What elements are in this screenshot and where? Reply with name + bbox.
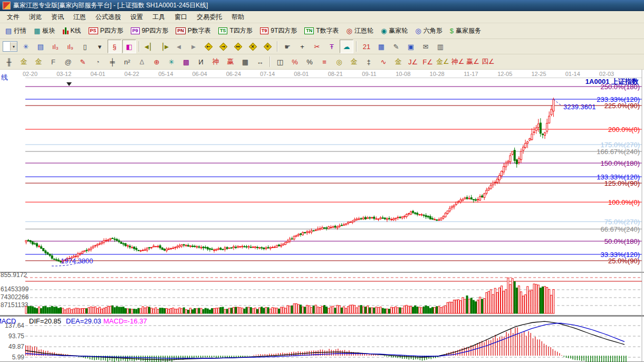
candle-body — [79, 254, 81, 254]
chart-area[interactable]: 02-2003-1204-0104-2205-1406-0406-2407-14… — [0, 70, 644, 362]
menu-item-8[interactable]: 窗口 — [170, 11, 192, 23]
diamond-cross-icon[interactable]: × — [246, 40, 259, 53]
feature-gann-wheel-button[interactable]: ◎江恩轮 — [343, 25, 377, 36]
volume-bar — [207, 309, 208, 313]
title-bar[interactable]: 赢家江恩专业版[赢家内部服务平台] - [上证指数 SH1A0001-245日K… — [0, 0, 644, 11]
diamond-left-icon[interactable]: ← — [201, 40, 215, 53]
n-square-icon[interactable]: n² — [120, 55, 134, 69]
ying-angle-icon[interactable]: 赢∠ — [466, 55, 480, 69]
grid-box-icon[interactable]: ▩ — [179, 55, 193, 69]
price-grid-icon[interactable]: ╫ — [2, 55, 16, 69]
gold-lines-icon[interactable]: 金 — [17, 55, 31, 69]
chart-style-icon[interactable]: ◧ — [122, 40, 136, 53]
menu-item-4[interactable]: 江恩 — [69, 11, 91, 23]
feature-winner-wheel-button[interactable]: ◉赢家轮 — [377, 25, 411, 36]
feature-t-table-button[interactable]: TNT数字表 — [301, 25, 342, 36]
cloud-icon[interactable]: ☁ — [340, 40, 353, 53]
menu-item-10[interactable]: 帮助 — [227, 11, 249, 23]
n-wave-icon[interactable]: И — [194, 55, 208, 69]
gold-circle-icon[interactable]: ◎ — [332, 55, 346, 69]
feature-9p-square-button[interactable]: P99P四方形 — [127, 25, 172, 36]
feature-winner-service-button[interactable]: $赢家服务 — [446, 25, 485, 36]
macd-bar — [499, 337, 500, 356]
fib-icon[interactable]: F — [46, 55, 60, 69]
notes-icon[interactable]: ✎ — [389, 40, 403, 53]
kline-chart[interactable]: 02-2003-1204-0104-2205-1406-0406-2407-14… — [0, 70, 644, 362]
candle-type-icon[interactable]: ▯ — [78, 40, 92, 53]
levels-icon[interactable]: ≡ — [318, 55, 331, 69]
price-lines-icon[interactable]: ╪ — [105, 55, 119, 69]
next-page-icon[interactable]: ► — [187, 40, 200, 53]
gauge-icon[interactable]: ◔ — [91, 55, 104, 69]
mail-icon[interactable]: ✉ — [419, 40, 432, 53]
volume-bar — [51, 306, 53, 313]
airbrush-icon[interactable]: ✎ — [76, 55, 90, 69]
feature-t-square-button[interactable]: TST四方形 — [215, 25, 256, 36]
macd-bar — [603, 356, 604, 362]
menu-item-1[interactable]: 文件 — [2, 11, 24, 23]
workstation-icon[interactable]: ▥ — [434, 40, 447, 53]
feature-p-square-button[interactable]: PSP四方形 — [85, 25, 127, 36]
ying-icon[interactable]: 赢 — [224, 55, 237, 69]
toolbar-separator — [270, 56, 271, 67]
cut-icon[interactable]: ✂ — [310, 40, 324, 53]
candle-body — [77, 254, 79, 256]
tag-icon[interactable]: Ŧ — [325, 40, 339, 53]
calendar-icon[interactable]: 21 — [360, 40, 373, 53]
percent-icon[interactable]: % — [303, 55, 316, 69]
hand-icon[interactable]: ☛ — [281, 40, 294, 53]
feature-sectors-button[interactable]: ▦板块 — [30, 25, 59, 36]
menu-item-2[interactable]: 浏览 — [24, 11, 46, 23]
gann-tool-icon[interactable]: § — [108, 40, 121, 53]
split-icon[interactable]: ‡ — [362, 55, 376, 69]
prev-page-icon[interactable]: ◄ — [172, 40, 186, 53]
percent-red-icon[interactable]: % — [288, 55, 302, 69]
bars-9-icon[interactable]: ıl₉ — [63, 40, 77, 53]
save-icon[interactable]: ▣ — [404, 40, 418, 53]
menu-item-5[interactable]: 公式选股 — [91, 11, 126, 23]
combo-arrow-icon[interactable]: ▾ — [10, 42, 17, 51]
feature-kline-button[interactable]: K线 — [59, 25, 85, 36]
dif-value-label: DIF=20.85 — [29, 317, 61, 325]
crosshair-icon[interactable]: + — [295, 40, 309, 53]
candle-type-arrow-icon[interactable]: ▾ — [93, 40, 107, 53]
gold-angle-icon[interactable]: 金 — [391, 55, 405, 69]
feature-p-table-button[interactable]: PNP数字表 — [172, 25, 215, 36]
width-icon[interactable]: ↔ — [253, 55, 267, 69]
gold-level-icon[interactable]: 金 — [347, 55, 361, 69]
first-page-icon[interactable]: ◄▏ — [142, 40, 156, 53]
jin-angle-icon[interactable]: 金∠ — [436, 55, 450, 69]
ruler-123-icon[interactable]: ▦ — [238, 55, 252, 69]
menu-item-9[interactable]: 交易委托 — [192, 11, 227, 23]
wave-icon[interactable]: ∿ — [377, 55, 390, 69]
spiral-icon[interactable]: @ — [61, 55, 75, 69]
compass-icon[interactable]: ⊕ — [150, 55, 164, 69]
frame-icon[interactable]: ◫ — [273, 55, 287, 69]
calculator-icon[interactable]: ▦ — [374, 40, 388, 53]
menu-item-3[interactable]: 资讯 — [46, 11, 69, 23]
gold-lines2-icon[interactable]: 金 — [32, 55, 45, 69]
web-chart-icon[interactable]: ✳ — [19, 40, 33, 53]
si-angle-icon[interactable]: 四∠ — [481, 55, 495, 69]
angle-mirror-icon[interactable]: ∆ — [135, 55, 149, 69]
shen-icon[interactable]: 神 — [209, 55, 223, 69]
menu-item-6[interactable]: 设置 — [126, 11, 148, 23]
feature-quotes-button[interactable]: ▤行情 — [2, 25, 30, 36]
candle-body — [306, 232, 308, 233]
feature-9t-square-button[interactable]: T99T四方形 — [256, 25, 301, 36]
macd-bar — [619, 356, 620, 362]
menu-item-7[interactable]: 工具 — [148, 11, 170, 23]
bars-3-icon[interactable]: ıl₃ — [49, 40, 62, 53]
last-page-icon[interactable]: ▕► — [157, 40, 171, 53]
feature-hexagon-button[interactable]: ◎六角形 — [411, 25, 446, 36]
volume-bar — [25, 307, 27, 313]
star-icon[interactable]: ✳ — [165, 55, 178, 69]
diamond-star-icon[interactable]: ✳ — [261, 40, 274, 53]
shen-angle-icon[interactable]: 神∠ — [451, 55, 465, 69]
j-angle-icon[interactable]: J∠ — [406, 55, 420, 69]
diamond-both-icon[interactable]: ↔ — [231, 40, 245, 53]
period-combo[interactable]: ▾ — [3, 41, 17, 52]
f-angle-icon[interactable]: F∠ — [421, 55, 435, 69]
list-icon[interactable]: ▤ — [34, 40, 47, 53]
diamond-right-icon[interactable]: → — [216, 40, 230, 53]
